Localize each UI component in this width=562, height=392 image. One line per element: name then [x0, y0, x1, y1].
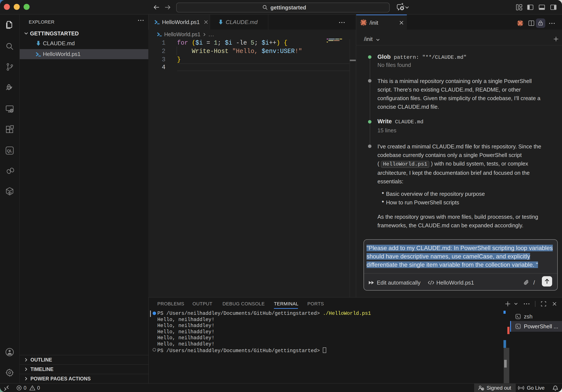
svg-text:QL: QL: [7, 149, 12, 153]
